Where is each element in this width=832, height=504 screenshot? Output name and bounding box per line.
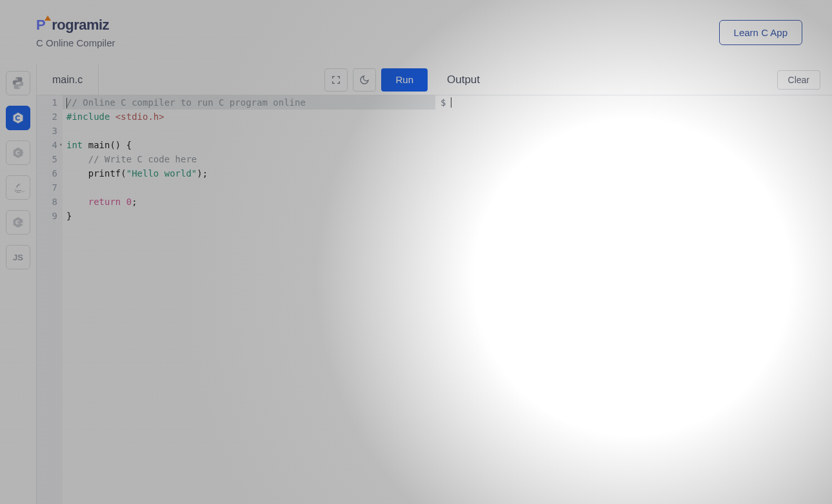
- line-number: 5: [37, 152, 57, 166]
- code-line[interactable]: // Online C compiler to run C program on…: [63, 95, 435, 110]
- line-gutter: 123456789: [37, 95, 63, 504]
- output-prompt: $: [441, 95, 446, 504]
- learn-c-app-button[interactable]: Learn C App: [719, 20, 802, 45]
- fullscreen-button[interactable]: [324, 68, 348, 92]
- csharp-icon: [11, 215, 25, 229]
- code-line[interactable]: return 0;: [66, 195, 435, 209]
- logo-accent: P: [36, 17, 45, 33]
- output-header: Output Clear: [435, 64, 832, 95]
- logo[interactable]: Programiz: [36, 17, 115, 34]
- caret-icon: [45, 15, 51, 21]
- output-body[interactable]: $: [435, 95, 832, 504]
- line-number: 4: [37, 138, 57, 152]
- line-number: 2: [37, 110, 57, 124]
- line-number: 1: [37, 95, 57, 110]
- lang-java-button[interactable]: [6, 175, 30, 200]
- code-line[interactable]: // Write C code here: [66, 152, 435, 166]
- editor-panel: main.c Run 123456789 // Online C compile…: [36, 64, 435, 504]
- js-icon: JS: [13, 253, 23, 262]
- line-number: 8: [37, 195, 57, 209]
- header: Programiz C Online Compiler Learn C App: [0, 0, 832, 64]
- brand-block: Programiz C Online Compiler: [36, 17, 115, 48]
- cpp-icon: [11, 146, 25, 160]
- code-area[interactable]: 123456789 // Online C compiler to run C …: [37, 95, 435, 504]
- code-line[interactable]: int main() {: [66, 138, 435, 152]
- code-line[interactable]: }: [66, 209, 435, 223]
- line-number: 9: [37, 209, 57, 223]
- fullscreen-icon: [331, 75, 341, 85]
- moon-icon: [359, 75, 370, 85]
- output-title: Output: [447, 73, 480, 86]
- logo-text: rogramiz: [52, 17, 109, 33]
- theme-toggle-button[interactable]: [353, 68, 376, 92]
- main: JS main.c Run 123456789 // Online C comp…: [0, 64, 832, 504]
- code-line[interactable]: [66, 180, 435, 195]
- lang-csharp-button[interactable]: [6, 210, 30, 235]
- language-sidebar: JS: [0, 64, 36, 504]
- lang-js-button[interactable]: JS: [6, 245, 30, 269]
- code-content[interactable]: // Online C compiler to run C program on…: [63, 95, 435, 504]
- line-number: 6: [37, 166, 57, 180]
- editor-header: main.c Run: [37, 64, 435, 95]
- line-number: 3: [37, 124, 57, 138]
- python-icon: [11, 76, 25, 90]
- run-button[interactable]: Run: [381, 68, 428, 92]
- java-icon: [11, 180, 25, 195]
- lang-cpp-button[interactable]: [6, 141, 30, 165]
- output-panel: Output Clear $: [435, 64, 832, 504]
- output-cursor: [451, 97, 451, 108]
- subtitle: C Online Compiler: [36, 37, 115, 48]
- line-number: 7: [37, 180, 57, 195]
- clear-button[interactable]: Clear: [777, 70, 820, 90]
- code-line[interactable]: [66, 124, 435, 138]
- code-line[interactable]: #include <stdio.h>: [66, 110, 435, 124]
- lang-python-button[interactable]: [6, 71, 30, 95]
- lang-c-button[interactable]: [6, 106, 30, 130]
- editor-tools: Run: [324, 68, 428, 92]
- code-line[interactable]: printf("Hello world");: [66, 166, 435, 180]
- c-icon: [11, 111, 25, 125]
- file-tab[interactable]: main.c: [37, 64, 99, 95]
